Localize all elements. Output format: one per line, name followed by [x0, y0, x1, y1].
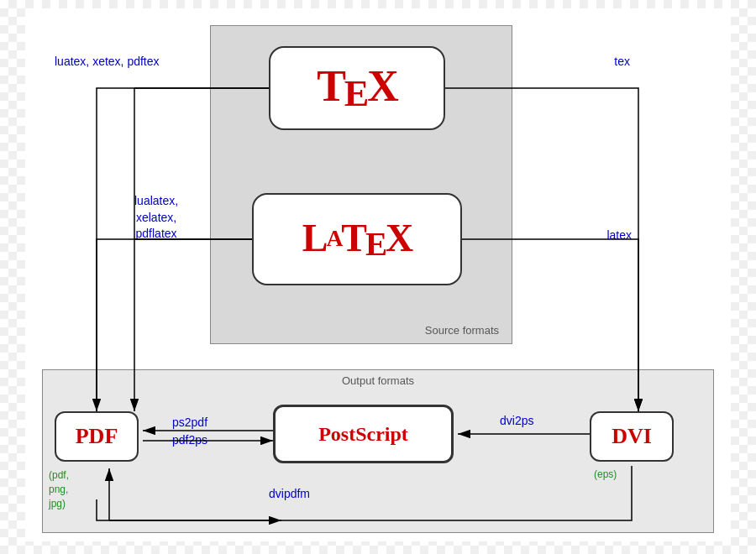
ps2pdf-label: ps2pdfpdf2ps	[172, 414, 207, 449]
source-formats-label: Source formats	[425, 324, 499, 337]
tex-box: TEX	[269, 46, 445, 130]
main-diagram: Source formats Output formats TEX LATEX …	[25, 8, 731, 541]
dvi2ps-label: dvi2ps	[500, 414, 533, 427]
pdf-formats-label: (pdf,png,jpg)	[49, 468, 69, 510]
pdf-label: PDF	[76, 424, 118, 449]
lualatex-label: lualatex,xelatex,pdflatex	[134, 193, 178, 243]
pdf-box: PDF	[55, 411, 139, 462]
output-formats-label: Output formats	[342, 374, 414, 387]
luatex-label: luatex, xetex, pdftex	[55, 55, 160, 68]
latex-logo: LATEX	[302, 216, 412, 263]
dvi-label: DVI	[612, 424, 652, 449]
dvi-box: DVI	[590, 411, 674, 462]
eps-label: (eps)	[594, 468, 617, 480]
tex-logo: TEX	[317, 61, 397, 115]
latex-arrow-label: latex	[606, 228, 632, 242]
postscript-box: PostScript	[273, 405, 454, 463]
tex-arrow-label: tex	[614, 55, 630, 68]
latex-box: LATEX	[252, 193, 462, 285]
postscript-label: PostScript	[318, 423, 408, 446]
dvipdfm-label: dvipdfm	[269, 487, 310, 500]
